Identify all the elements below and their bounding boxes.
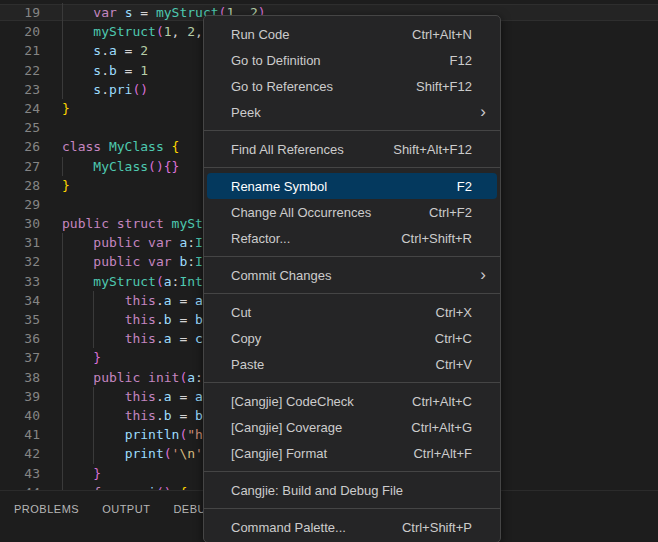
code-token: "h xyxy=(187,427,203,442)
menu-item-shortcut: Ctrl+Alt+G xyxy=(411,420,487,435)
menu-item-label: Copy xyxy=(231,331,435,346)
menu-item-cangjie-build-and-debug-file[interactable]: Cangjie: Build and Debug File xyxy=(207,477,497,503)
code-token: b xyxy=(109,63,117,78)
code-token: Int xyxy=(179,274,202,289)
indent-guide xyxy=(62,310,63,329)
line-number: 34 xyxy=(0,291,40,310)
code-token: a xyxy=(164,293,172,308)
menu-item-commit-changes[interactable]: Commit Changes› xyxy=(207,262,497,288)
code-token: b xyxy=(195,312,203,327)
tab-output[interactable]: OUTPUT xyxy=(102,503,150,515)
submenu-chevron-icon: › xyxy=(480,103,486,120)
menu-item-shortcut: F12 xyxy=(450,53,487,68)
line-number: 26 xyxy=(0,137,40,156)
menu-item-label: Peek xyxy=(231,105,487,120)
code-token: b xyxy=(164,312,172,327)
code-token: { xyxy=(172,139,180,154)
menu-item-label: [Cangjie] Coverage xyxy=(231,420,411,435)
menu-item-go-to-definition[interactable]: Go to DefinitionF12 xyxy=(207,47,497,73)
line-number: 24 xyxy=(0,99,40,118)
line-number: 41 xyxy=(0,425,40,444)
tab-problems[interactable]: PROBLEMS xyxy=(14,503,79,515)
menu-separator xyxy=(204,256,500,257)
code-token: = xyxy=(172,389,195,404)
indent-guide xyxy=(93,406,94,425)
menu-item-shortcut: Shift+Alt+F12 xyxy=(393,142,487,157)
menu-item-change-all-occurrences[interactable]: Change All OccurrencesCtrl+F2 xyxy=(207,199,497,225)
code-token: . xyxy=(101,43,109,58)
code-token: class xyxy=(62,139,101,154)
menu-item-label: Paste xyxy=(231,357,436,372)
indent-guide xyxy=(62,252,63,271)
menu-item-cangjie-format[interactable]: [Cangjie] FormatCtrl+Alt+F xyxy=(207,440,497,466)
menu-item-shortcut: Ctrl+C xyxy=(435,331,487,346)
context-menu: Run CodeCtrl+Alt+NGo to DefinitionF12Go … xyxy=(203,15,501,542)
menu-item-label: Run Code xyxy=(231,27,412,42)
code-token: = xyxy=(132,5,155,20)
indent-guide xyxy=(93,425,94,444)
code-token: a xyxy=(164,274,172,289)
code-token: . xyxy=(156,331,164,346)
indent-guide xyxy=(93,291,94,310)
menu-item-run-code[interactable]: Run CodeCtrl+Alt+N xyxy=(207,21,497,47)
code-token: init xyxy=(148,370,179,385)
line-number: 36 xyxy=(0,329,40,348)
menu-item-shortcut: Ctrl+Alt+N xyxy=(412,27,487,42)
code-token: . xyxy=(156,408,164,423)
menu-item-find-all-references[interactable]: Find All ReferencesShift+Alt+F12 xyxy=(207,136,497,162)
code-token: this xyxy=(125,293,156,308)
menu-item-command-palette[interactable]: Command Palette...Ctrl+Shift+P xyxy=(207,514,497,540)
code-token xyxy=(164,216,172,231)
code-token: struct xyxy=(117,216,164,231)
code-token: s xyxy=(93,43,101,58)
line-number: 27 xyxy=(0,157,40,176)
code-token: var xyxy=(148,235,171,250)
code-token: 2 xyxy=(187,24,195,39)
menu-item-go-to-references[interactable]: Go to ReferencesShift+F12 xyxy=(207,73,497,99)
line-number: 37 xyxy=(0,348,40,367)
code-token: a xyxy=(187,370,195,385)
menu-separator xyxy=(204,471,500,472)
line-number: 42 xyxy=(0,444,40,463)
menu-item-cut[interactable]: CutCtrl+X xyxy=(207,299,497,325)
indent-guide xyxy=(62,368,63,387)
line-number: 20 xyxy=(0,22,40,41)
code-token: ( xyxy=(164,446,172,461)
menu-item-cangjie-codecheck[interactable]: [Cangjie] CodeCheckCtrl+Alt+C xyxy=(207,388,497,414)
code-token xyxy=(140,370,148,385)
menu-item-shortcut: Ctrl+Shift+P xyxy=(402,520,487,535)
code-token: this xyxy=(125,408,156,423)
menu-separator xyxy=(204,167,500,168)
code-token: b xyxy=(164,408,172,423)
code-token: () xyxy=(132,82,148,97)
code-token: public xyxy=(62,216,109,231)
line-number: 40 xyxy=(0,406,40,425)
indent-guide xyxy=(62,406,63,425)
menu-item-peek[interactable]: Peek› xyxy=(207,99,497,125)
code-token: 1 xyxy=(164,24,172,39)
code-token: . xyxy=(156,389,164,404)
menu-item-shortcut: F2 xyxy=(457,179,487,194)
line-number: 28 xyxy=(0,176,40,195)
menu-item-cangjie-coverage[interactable]: [Cangjie] CoverageCtrl+Alt+G xyxy=(207,414,497,440)
indent-guide xyxy=(62,272,63,291)
menu-item-paste[interactable]: PasteCtrl+V xyxy=(207,351,497,377)
line-number: 35 xyxy=(0,310,40,329)
code-token: mySt xyxy=(172,216,203,231)
code-token: } xyxy=(93,350,101,365)
code-token: } xyxy=(62,101,70,116)
menu-item-copy[interactable]: CopyCtrl+C xyxy=(207,325,497,351)
code-token: . xyxy=(156,312,164,327)
menu-item-rename-symbol[interactable]: Rename SymbolF2 xyxy=(207,173,497,199)
code-token: a xyxy=(109,43,117,58)
menu-item-shortcut: Ctrl+V xyxy=(436,357,487,372)
code-token: . xyxy=(101,63,109,78)
code-token: : xyxy=(187,254,195,269)
code-token: myStruct xyxy=(93,274,156,289)
code-token: 1 xyxy=(140,63,148,78)
menu-item-label: Go to Definition xyxy=(231,53,450,68)
menu-item-refactor[interactable]: Refactor...Ctrl+Shift+R xyxy=(207,225,497,251)
menu-item-shortcut: Ctrl+F2 xyxy=(429,205,487,220)
code-token xyxy=(109,216,117,231)
line-number: 22 xyxy=(0,61,40,80)
